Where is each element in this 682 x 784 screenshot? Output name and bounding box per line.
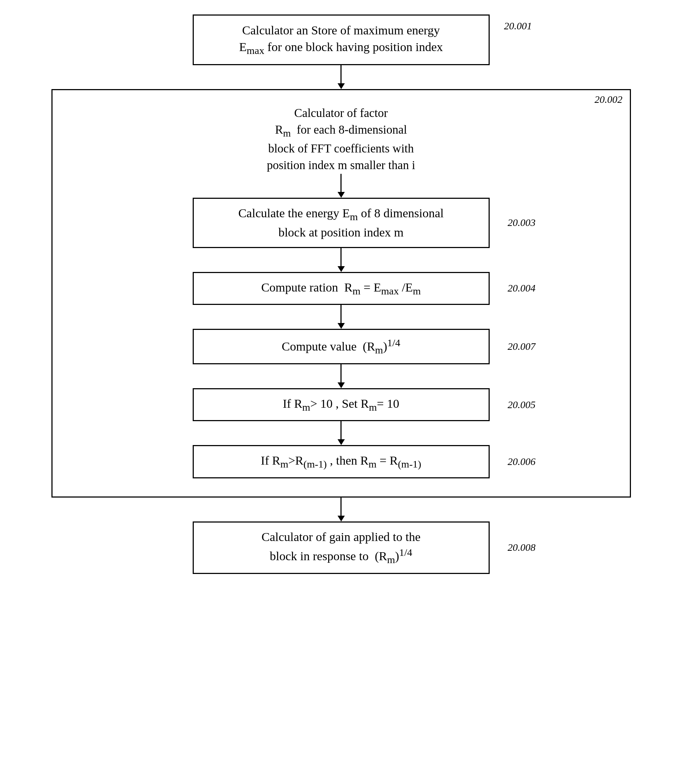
arrow-6 — [338, 421, 345, 445]
arrow-line-4 — [341, 305, 341, 323]
rm-sub-4: m — [303, 402, 311, 413]
box-20003: Calculate the energy Em of 8 dimensional… — [193, 198, 490, 248]
ref-20001: 20.001 — [504, 19, 532, 33]
rm1-sub-1: (m-1) — [304, 459, 327, 470]
box-20004: Compute ration Rm = Emax /Em 20.004 — [193, 272, 490, 305]
rm1-sub-2: (m-1) — [398, 459, 421, 470]
outer-box: 20.002 Calculator of factor Rm for each … — [51, 89, 631, 497]
box-20008: Calculator of gain applied to the block … — [193, 521, 490, 574]
arrow-1 — [338, 65, 345, 89]
rm-sub-3: m — [375, 344, 383, 355]
rm-sub-desc: m — [283, 127, 290, 139]
quarter-sup-2: 1/4 — [399, 547, 412, 558]
arrow-head-6 — [338, 439, 345, 445]
arrow-5 — [338, 364, 345, 388]
ref-20004: 20.004 — [508, 281, 536, 295]
desc-line1: Calculator of factor — [294, 107, 387, 120]
box-20007: Compute value (Rm)1/4 20.007 — [193, 329, 490, 364]
ref-20006: 20.006 — [508, 454, 536, 468]
arrow-head-1 — [338, 83, 345, 89]
top-box: Calculator an Store of maximum energy Em… — [193, 14, 490, 65]
arrow-line-3 — [341, 248, 341, 266]
arrow-head-3 — [338, 266, 345, 272]
arrow-line-1 — [341, 65, 341, 83]
arrow-7 — [338, 497, 345, 521]
arrow-head-5 — [338, 382, 345, 388]
arrow-line-5 — [341, 364, 341, 382]
arrow-line-7 — [341, 497, 341, 516]
arrow-head-4 — [338, 323, 345, 329]
ref-20002: 20.002 — [595, 94, 623, 105]
box-20005: If Rm> 10 , Set Rm= 10 20.005 — [193, 388, 490, 421]
arrow-head-7 — [338, 516, 345, 521]
arrow-line-2 — [341, 174, 341, 192]
top-box-line2: Emax for one block having position index — [239, 40, 443, 54]
desc-text: Calculator of factor Rm for each 8-dimen… — [267, 105, 416, 174]
box-20006: If Rm>R(m-1) , then Rm = R(m-1) 20.006 — [193, 445, 490, 478]
arrow-2 — [338, 174, 345, 198]
arrow-4 — [338, 305, 345, 329]
arrow-line-6 — [341, 421, 341, 439]
box1-line2: block at position index m — [279, 226, 404, 239]
ref-20008: 20.008 — [508, 541, 536, 555]
quarter-sup-1: 1/4 — [387, 337, 400, 348]
top-box-line1: Calculator an Store of maximum energy — [242, 24, 440, 37]
desc-line4: position index m smaller than i — [267, 159, 416, 172]
rm-sub-6: m — [280, 459, 288, 470]
desc-line3: block of FFT coefficients with — [268, 142, 414, 155]
arrow-3 — [338, 248, 345, 272]
ref-20003: 20.003 — [508, 216, 536, 230]
em-sub-2: m — [413, 285, 421, 296]
rm-sub-2: m — [352, 285, 360, 296]
ref-20007: 20.007 — [508, 339, 536, 354]
rm-sub-5: m — [369, 402, 377, 413]
box6-line1: Calculator of gain applied to the — [261, 530, 421, 543]
diagram-container: Calculator an Store of maximum energy Em… — [51, 14, 631, 574]
ref-20005: 20.005 — [508, 398, 536, 412]
em-sub-1: m — [350, 211, 358, 222]
arrow-head-2 — [338, 192, 345, 198]
emax-sub: max — [247, 45, 265, 56]
rm-sub-8: m — [387, 554, 395, 565]
rm-sub-7: m — [369, 459, 377, 470]
emax-sub-2: max — [381, 285, 399, 296]
